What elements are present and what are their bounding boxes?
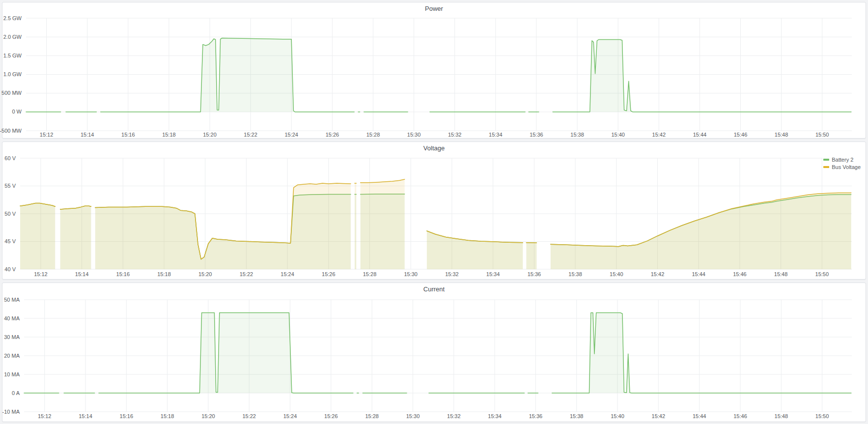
series-area [526,243,536,269]
panel-title-text: Power [425,5,443,12]
legend-label: Bus Voltage [832,164,861,170]
x-axis-tick-label: 15:48 [774,271,788,277]
x-axis-tick-label: 15:32 [447,413,461,419]
x-axis-tick-label: 15:26 [322,271,336,277]
x-axis-tick-label: 15:12 [40,132,54,138]
x-axis-tick-label: 15:50 [815,271,829,277]
x-axis-tick-label: 15:48 [775,413,788,419]
x-axis-tick-label: 15:44 [692,271,705,277]
legend-item-bus-voltage[interactable]: Bus Voltage [823,164,861,170]
y-axis-tick-label: -500 MW [0,128,22,134]
current-chart-svg[interactable]: 50 MA40 MA30 MA20 MA10 MA0 A-10 MA15:121… [2,295,866,422]
x-axis-tick-label: 15:44 [693,132,707,138]
x-axis-tick-label: 15:22 [242,413,256,419]
x-axis-tick-label: 15:44 [693,413,706,419]
x-axis-tick-label: 15:42 [651,271,665,277]
x-axis-tick-label: 15:32 [445,271,459,277]
chart-legend: Battery 2Bus Voltage [822,156,862,171]
power-chart[interactable]: 2.5 GW2.0 GW1.5 GW1.0 GW500 MW0 W-500 MW… [2,14,866,138]
panel-title-power[interactable]: Power [2,2,866,14]
x-axis-tick-label: 15:40 [610,271,623,277]
panel-power: Power 2.5 GW2.0 GW1.5 GW1.0 GW500 MW0 W-… [2,2,866,139]
series-area [361,179,405,269]
x-axis-tick-label: 15:36 [529,413,543,419]
x-axis-tick-label: 15:24 [280,271,294,277]
series-area [95,183,351,269]
series-area [552,313,851,393]
x-axis-tick-label: 15:16 [120,413,134,419]
x-axis-tick-label: 15:30 [407,132,421,138]
y-axis-tick-label: 50 V [4,211,16,217]
y-axis-tick-label: 500 MW [1,90,22,96]
y-axis-tick-label: 1.0 GW [3,71,22,77]
y-axis-tick-label: 0 W [12,109,22,114]
x-axis-tick-label: 15:12 [34,271,48,277]
x-axis-tick-label: 15:50 [815,413,829,419]
voltage-chart[interactable]: 60 V55 V50 V45 V40 V15:1215:1415:1615:18… [2,154,866,279]
legend-swatch-icon [823,166,829,168]
series-area [101,38,355,112]
voltage-chart-svg[interactable]: 60 V55 V50 V45 V40 V15:1215:1415:1615:18… [2,154,866,279]
y-axis-tick-label: -10 MA [2,409,20,415]
x-axis-tick-label: 15:34 [488,413,502,419]
y-axis-tick-label: 40 V [4,266,16,272]
x-axis-tick-label: 15:38 [568,271,582,277]
x-axis-tick-label: 15:26 [324,413,338,419]
series-area [355,183,356,269]
x-axis-tick-label: 15:18 [161,413,174,419]
x-axis-tick-label: 15:24 [284,132,298,138]
x-axis-tick-label: 15:34 [489,132,503,138]
series-area [553,40,851,112]
x-axis-tick-label: 15:18 [162,132,176,138]
y-axis-tick-label: 2.5 GW [3,15,22,21]
y-axis-tick-label: 2.0 GW [3,34,22,40]
x-axis-tick-label: 15:30 [406,413,420,419]
x-axis-tick-label: 15:48 [775,132,788,138]
x-axis-tick-label: 15:42 [652,132,666,138]
y-axis-tick-label: 60 V [4,155,16,161]
x-axis-tick-label: 15:16 [121,132,135,138]
x-axis-tick-label: 15:12 [38,413,52,419]
legend-item-battery-2[interactable]: Battery 2 [823,156,861,163]
x-axis-tick-label: 15:50 [815,132,829,138]
x-axis-tick-label: 15:40 [611,413,624,419]
panel-current: Current 50 MA40 MA30 MA20 MA10 MA0 A-10 … [2,283,866,422]
x-axis-tick-label: 15:46 [734,132,748,138]
series-area [60,206,91,269]
y-axis-tick-label: 1.5 GW [3,53,22,58]
series-area [99,313,353,393]
series-area [427,231,523,269]
x-axis-tick-label: 15:20 [198,271,212,277]
x-axis-tick-label: 15:32 [448,132,462,138]
y-axis-tick-label: 55 V [4,183,16,189]
x-axis-tick-label: 15:20 [201,413,215,419]
x-axis-tick-label: 15:22 [244,132,257,138]
x-axis-tick-label: 15:42 [652,413,666,419]
panel-title-text: Current [423,285,445,293]
x-axis-tick-label: 15:14 [79,413,92,419]
x-axis-tick-label: 15:20 [203,132,217,138]
legend-swatch-icon [823,159,829,161]
panel-title-text: Voltage [423,144,445,152]
y-axis-tick-label: 30 MA [4,334,20,340]
x-axis-tick-label: 15:28 [365,413,379,419]
current-chart[interactable]: 50 MA40 MA30 MA20 MA10 MA0 A-10 MA15:121… [2,295,866,422]
power-chart-svg[interactable]: 2.5 GW2.0 GW1.5 GW1.0 GW500 MW0 W-500 MW… [2,14,866,138]
panel-voltage: Voltage 60 V55 V50 V45 V40 V15:1215:1415… [2,141,866,280]
x-axis-tick-label: 15:30 [404,271,418,277]
x-axis-tick-label: 15:26 [326,132,339,138]
x-axis-tick-label: 15:46 [733,271,747,277]
x-axis-tick-label: 15:34 [486,271,500,277]
panel-title-current[interactable]: Current [2,283,866,295]
x-axis-tick-label: 15:28 [366,132,380,138]
y-axis-tick-label: 45 V [4,238,16,244]
legend-label: Battery 2 [832,156,853,163]
y-axis-tick-label: 40 MA [4,315,20,321]
x-axis-tick-label: 15:38 [570,413,584,419]
x-axis-tick-label: 15:14 [75,271,89,277]
x-axis-tick-label: 15:22 [240,271,253,277]
x-axis-tick-label: 15:28 [363,271,377,277]
panel-title-voltage[interactable]: Voltage [2,142,866,154]
x-axis-tick-label: 15:18 [157,271,171,277]
y-axis-tick-label: 50 MA [4,297,20,303]
